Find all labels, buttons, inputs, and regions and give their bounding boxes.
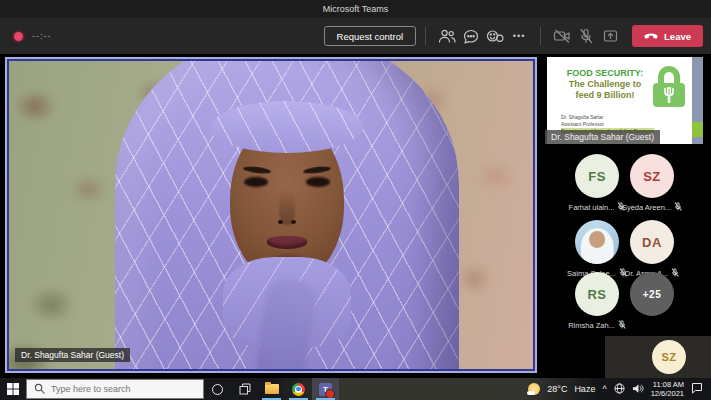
meeting-stage: Dr. Shagufta Sahar (Guest) FOOD SECURITY…: [0, 54, 711, 378]
meeting-toolbar: --:-- Request control: [0, 18, 711, 54]
toolbar-divider: [540, 27, 541, 45]
self-video-tile[interactable]: SZ: [605, 336, 711, 378]
clock-time: 11:08 AM: [651, 380, 684, 389]
self-avatar: SZ: [652, 340, 686, 374]
teams-taskbar-button[interactable]: T: [312, 378, 339, 400]
file-explorer-icon: [265, 384, 279, 394]
participant-avatar: DA: [630, 220, 674, 264]
meeting-timer: --:--: [32, 31, 52, 41]
system-tray: 28°C Haze ^ 11:08 AM 12/6/2021: [528, 380, 711, 398]
clock-date: 12/6/2021: [651, 389, 684, 398]
weather-icon[interactable]: [528, 383, 540, 395]
meeting-status-group: --:--: [14, 31, 52, 41]
thumbnail-presenter-label: Dr. Shagufta Sahar (Guest): [545, 130, 660, 144]
participant-tile[interactable]: RSRimsha Zah...: [569, 272, 625, 331]
main-video-tile[interactable]: Dr. Shagufta Sahar (Guest): [7, 59, 535, 371]
windows-taskbar: T 28°C Haze ^ 11:08 AM 12/6/2021: [0, 378, 711, 400]
weather-condition[interactable]: Haze: [574, 384, 595, 394]
cortana-button[interactable]: [204, 378, 231, 400]
cortana-icon: [212, 384, 223, 395]
weather-temp[interactable]: 28°C: [547, 384, 567, 394]
chrome-icon: [292, 383, 305, 396]
participant-tile[interactable]: DADr. Asma A...: [624, 220, 680, 279]
start-button[interactable]: [0, 378, 26, 400]
reactions-icon[interactable]: [483, 25, 507, 47]
participant-avatar: FS: [575, 154, 619, 198]
leave-button[interactable]: Leave: [632, 25, 703, 47]
participant-photo-avatar: [575, 220, 619, 264]
file-explorer-button[interactable]: [258, 378, 285, 400]
participants-sidebar: FOOD SECURITY: The Challenge to feed 9 B…: [540, 54, 711, 378]
participant-tile[interactable]: FSFarhat ulain...: [569, 154, 625, 213]
hijab-band: [211, 101, 363, 153]
taskbar-clock[interactable]: 11:08 AM 12/6/2021: [651, 380, 684, 398]
participant-tile[interactable]: +25: [624, 272, 680, 316]
chat-icon[interactable]: [459, 25, 483, 47]
participant-avatar: +25: [630, 272, 674, 316]
search-input[interactable]: [51, 384, 191, 394]
hangup-icon: [644, 31, 658, 42]
participant-name-label: Syeda Areen...: [622, 203, 671, 212]
volume-icon[interactable]: [632, 380, 644, 398]
call-controls-group: Request control: [324, 25, 711, 47]
tray-overflow-chevron[interactable]: ^: [602, 384, 606, 394]
network-icon[interactable]: [614, 380, 625, 398]
mic-muted-icon: [618, 320, 626, 331]
more-options-icon[interactable]: •••: [507, 25, 531, 47]
share-screen-icon[interactable]: [598, 25, 622, 47]
participant-tile[interactable]: Saima Salee...: [569, 220, 625, 279]
window-titlebar[interactable]: Microsoft Teams: [0, 0, 711, 18]
presenter-video: [9, 61, 533, 369]
participant-name-label: Rimsha Zah...: [568, 321, 615, 330]
window-title: Microsoft Teams: [323, 4, 388, 14]
participant-tile[interactable]: SZSyeda Areen...: [624, 154, 680, 213]
camera-off-icon[interactable]: [550, 25, 574, 47]
participants-icon[interactable]: [435, 25, 459, 47]
taskbar-search[interactable]: [26, 379, 204, 399]
task-view-button[interactable]: [231, 378, 258, 400]
task-view-icon: [239, 383, 251, 395]
participants-grid: FSFarhat ulain...SZSyeda Areen...Saima S…: [540, 54, 711, 378]
participant-avatar: SZ: [630, 154, 674, 198]
search-icon: [34, 380, 45, 398]
mic-off-icon[interactable]: [574, 25, 598, 47]
participant-avatar: RS: [575, 272, 619, 316]
leave-button-label: Leave: [664, 31, 691, 42]
teams-icon: T: [319, 383, 332, 396]
action-center-icon[interactable]: [691, 380, 703, 398]
windows-logo-icon: [7, 383, 19, 395]
participant-name-label: Farhat ulain...: [569, 203, 615, 212]
mic-muted-icon: [674, 202, 682, 213]
teams-window: Microsoft Teams --:-- Request control: [0, 0, 711, 400]
recording-indicator-icon: [14, 32, 23, 41]
toolbar-divider: [425, 27, 426, 45]
presenter-name-label: Dr. Shagufta Sahar (Guest): [15, 348, 130, 362]
request-control-button[interactable]: Request control: [324, 26, 417, 46]
chrome-button[interactable]: [285, 378, 312, 400]
